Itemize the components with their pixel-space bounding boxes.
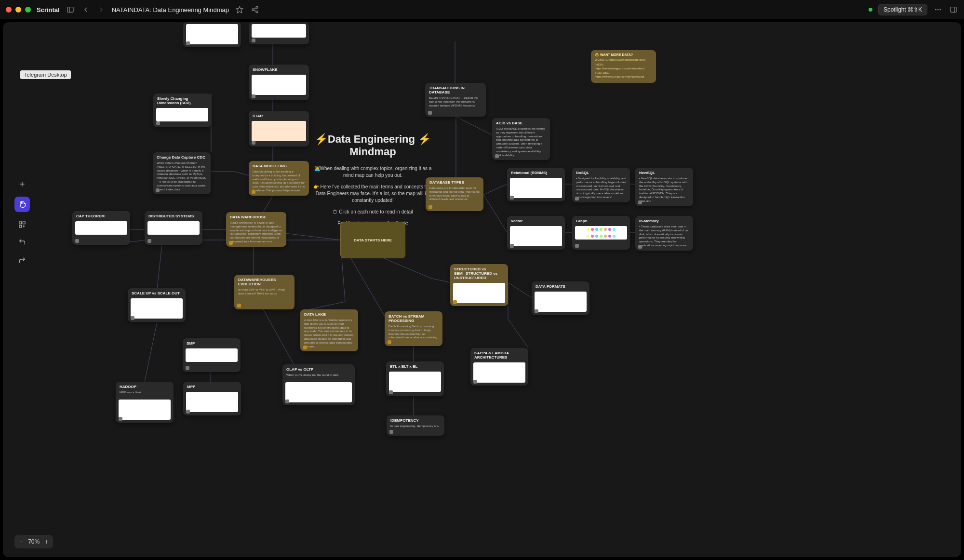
- card-thumbnail: [510, 178, 562, 198]
- card-thumbnail: [453, 283, 505, 303]
- maximize-window[interactable]: [25, 7, 31, 13]
- close-window[interactable]: [6, 7, 12, 13]
- card-thumbnail: [473, 362, 525, 383]
- card-graph[interactable]: Graph: [572, 216, 630, 250]
- nav-back-icon[interactable]: [81, 5, 91, 14]
- card-mpp[interactable]: MPP: [183, 382, 241, 415]
- card-title: SCALE UP vs SCALE OUT: [128, 288, 186, 296]
- want-link-2: INSTA: https://www.instagram.com/nataind…: [595, 63, 652, 71]
- card-idem[interactable]: IDEMPOTENCYIn data engineering, idempote…: [387, 415, 444, 436]
- card-title: TRANSACTIONS IN DATABASE: [425, 83, 486, 95]
- card-body: In short SMP to MPP to EPP ;) What does …: [234, 287, 295, 299]
- card-star[interactable]: STAR: [249, 111, 309, 147]
- card-batch[interactable]: BATCH vs STREAM PROCESSINGBatch Processi…: [385, 311, 442, 346]
- card-cdc[interactable]: Change Data Capture CDCWhen data is chan…: [153, 152, 211, 194]
- want-link-3: YOUTUBE: https://www.youtube.com/@natain…: [595, 71, 652, 79]
- app-name: Scrintal: [37, 6, 60, 13]
- card-thumbnail: [131, 298, 183, 319]
- card-body: A data lake is a centralized repository …: [300, 318, 358, 351]
- card-thumbnail: [285, 382, 352, 402]
- spotlight-button[interactable]: Spotlight ⌘⇧K: [878, 4, 927, 15]
- hand-tool[interactable]: [14, 197, 30, 212]
- card-hadoop[interactable]: HADOOPMPP was a blast.: [116, 382, 174, 423]
- more-menu-icon[interactable]: [933, 5, 943, 14]
- svg-point-19: [613, 228, 616, 231]
- card-newsql[interactable]: NewSQL• NewSQL databases aim to combine …: [635, 168, 693, 206]
- card-tx[interactable]: TRANSACTIONS IN DATABASEBEGIN TRANSACTIO…: [425, 83, 486, 117]
- card-etlelt[interactable]: ETL x ELT x EL: [386, 361, 444, 396]
- card-thumbnail: [575, 226, 627, 240]
- svg-rect-11: [951, 7, 956, 13]
- card-title: NoSQL: [572, 168, 630, 176]
- card-title: KAPPA & LAMBDA ARCHITECTURES: [470, 348, 528, 360]
- card-title: CAP THEOREM: [72, 211, 130, 219]
- star-icon[interactable]: [235, 5, 244, 14]
- share-icon[interactable]: [250, 5, 260, 14]
- card-body: In data engineering, idempotency is a: [387, 424, 444, 431]
- zoom-control: − 70% +: [14, 535, 53, 548]
- start-tile[interactable]: DATA STARTS HERE: [340, 222, 405, 258]
- card-vector[interactable]: Vector: [507, 216, 565, 250]
- svg-point-23: [600, 235, 602, 238]
- card-body: A data warehouse is a type of data manag…: [226, 220, 286, 247]
- card-snow[interactable]: SNOWFLAKE: [249, 65, 309, 100]
- left-toolbar: [14, 176, 30, 232]
- card-dbtypes[interactable]: DATABASE TYPESDatabases are fundamental …: [426, 177, 483, 211]
- card-body: MPP was a blast.: [116, 390, 174, 398]
- card-scale[interactable]: SCALE UP vs SCALE OUT: [128, 288, 186, 322]
- zoom-in-button[interactable]: +: [44, 538, 48, 546]
- svg-point-3: [256, 6, 258, 8]
- card-title: NewSQL: [635, 168, 693, 176]
- toggle-sidebar-icon[interactable]: [66, 5, 75, 14]
- undo-button[interactable]: [14, 234, 30, 250]
- svg-point-15: [595, 228, 598, 231]
- card-fmt[interactable]: DATA FORMATS: [532, 281, 589, 315]
- card-thumbnail: [75, 221, 127, 235]
- svg-point-18: [608, 228, 611, 231]
- card-olap[interactable]: OLAP vs OLTPWhen you're diving into the …: [282, 364, 355, 405]
- card-model[interactable]: DATA MODELLINGData Modelling is like cre…: [249, 161, 309, 196]
- card-inmem[interactable]: In-Memory• These databases store their d…: [635, 216, 693, 251]
- nav-forward-icon[interactable]: [96, 5, 106, 14]
- tooltip: Telegram Desktop: [20, 70, 71, 79]
- redo-button[interactable]: [14, 253, 30, 268]
- card-title: SMP: [183, 338, 241, 347]
- card-body: Data Modelling is like creating a bluepr…: [249, 169, 309, 196]
- toggle-right-panel-icon[interactable]: [949, 5, 958, 14]
- card-struct[interactable]: STRUCTURED vs SEMI_STRUCTURED vs UNSTRUC…: [450, 264, 508, 306]
- minimize-window[interactable]: [15, 7, 21, 13]
- card-thumbnail: [252, 75, 306, 95]
- card-title: DISTRIBUTED SYSTEMS: [145, 211, 202, 219]
- card-title: STRUCTURED vs SEMI_STRUCTURED vs UNSTRUC…: [450, 264, 508, 281]
- card-title: Vector: [507, 216, 565, 224]
- card-scd[interactable]: Slowly Changing Dimensions (SCD): [153, 93, 211, 127]
- card-nosql[interactable]: NoSQL• Designed for flexibility, scalabi…: [572, 168, 630, 202]
- zoom-out-button[interactable]: −: [19, 538, 23, 546]
- card-kl[interactable]: KAPPA & LAMBDA ARCHITECTURES: [470, 348, 528, 386]
- card-wh[interactable]: DATA WAREHOUSEA data warehouse is a type…: [226, 212, 286, 247]
- want-more-card[interactable]: 🤓 WANT MORE DATA? WEBSITE: https://www.n…: [591, 50, 656, 83]
- card-title: IDEMPOTENCY: [387, 415, 444, 424]
- svg-point-9: [937, 9, 939, 11]
- card-dist[interactable]: DISTRIBUTED SYSTEMS: [145, 211, 202, 245]
- svg-point-22: [595, 235, 598, 238]
- svg-point-5: [256, 11, 258, 13]
- card-title: DATA FORMATS: [532, 281, 589, 290]
- card-clipped-2[interactable]: [249, 22, 309, 44]
- mindmap-canvas[interactable]: Telegram Desktop ⚡Data Engineering ⚡ Min…: [3, 22, 961, 557]
- want-title: 🤓 WANT MORE DATA?: [595, 53, 652, 57]
- card-clipped-1[interactable]: [183, 22, 241, 47]
- card-thumbnail: [119, 400, 171, 420]
- card-lake[interactable]: DATA LAKEA data lake is a centralized re…: [300, 309, 358, 351]
- card-title: DATA LAKE: [300, 309, 358, 318]
- card-smp[interactable]: SMP: [183, 338, 241, 372]
- card-acid[interactable]: ACID vs BASEACID and BASE properties are…: [492, 118, 550, 160]
- card-rdbms[interactable]: Relational (RDBMS): [507, 168, 565, 201]
- grid-tool[interactable]: [14, 217, 30, 232]
- card-title: Graph: [572, 216, 630, 224]
- card-evo[interactable]: DATAWAREHOUSES EVOLUTIONIn short SMP to …: [234, 275, 295, 309]
- card-title: ACID vs BASE: [492, 118, 550, 126]
- add-tool[interactable]: [14, 176, 30, 192]
- card-body: When you're diving into the world of dat…: [282, 373, 355, 380]
- card-cap[interactable]: CAP THEOREM: [72, 211, 130, 245]
